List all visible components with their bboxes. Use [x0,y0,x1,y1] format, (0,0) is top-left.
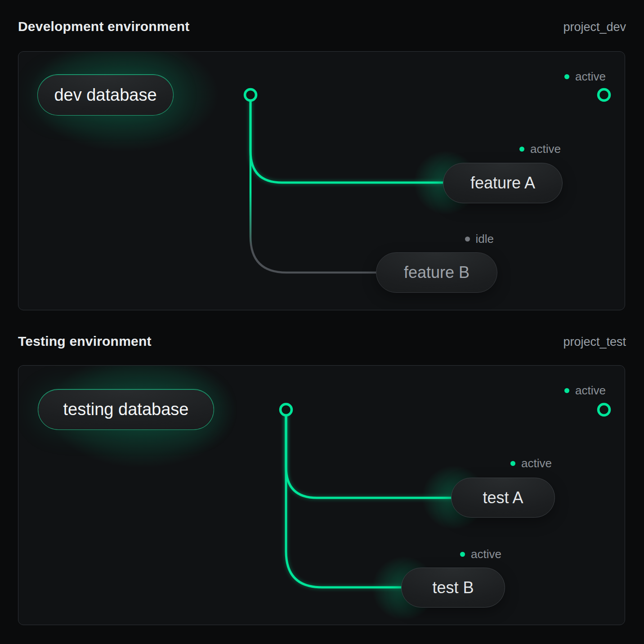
dev-main-status: active [564,68,606,85]
status-label: active [471,547,501,561]
feature-a-node[interactable]: feature A [443,163,563,203]
dev-branching-panel: active dev database active feature A idl… [18,51,625,310]
status-label: active [575,70,606,84]
active-status-dot [510,461,515,466]
feature-b-status: idle [465,231,494,247]
test-branching-panel: active testing database active test A ac… [18,365,625,625]
dev-database-label: dev database [54,85,157,105]
test-a-node[interactable]: test A [451,478,555,518]
branching-dashboard: Development environment project_dev [0,0,644,644]
idle-status-dot [465,237,470,242]
dev-database-node[interactable]: dev database [37,74,174,116]
status-label: idle [476,232,494,246]
test-b-label: test B [432,578,474,597]
status-label: active [521,456,552,470]
test-a-label: test A [483,488,523,507]
test-section-header: Testing environment project_test [18,334,626,349]
test-b-status: active [460,546,501,562]
dev-main-endpoint [599,89,610,101]
test-b-node[interactable]: test B [401,568,505,608]
feature-a-label: feature A [470,174,535,192]
dev-branch-node [245,89,256,101]
feature-b-label: feature B [404,263,470,282]
test-main-status: active [564,382,606,398]
dev-project-label: project_dev [563,20,626,34]
test-section-title: Testing environment [18,334,152,349]
testing-database-node[interactable]: testing database [38,389,214,430]
active-status-dot [460,552,465,557]
active-status-dot [519,147,524,152]
test-project-label: project_test [563,335,626,349]
dev-section-title: Development environment [18,19,189,34]
test-branch-node [281,404,292,416]
test-main-endpoint [599,404,610,416]
active-status-dot [564,74,569,79]
testing-database-label: testing database [63,400,189,419]
feature-b-node[interactable]: feature B [376,252,497,293]
feature-a-status: active [519,141,561,157]
test-a-status: active [510,455,552,471]
active-status-dot [564,388,569,393]
status-label: active [575,384,606,398]
status-label: active [530,142,561,156]
dev-section-header: Development environment project_dev [18,19,626,34]
